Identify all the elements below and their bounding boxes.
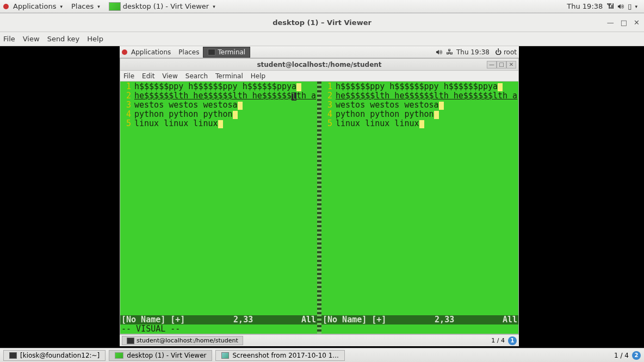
menu-sendkey[interactable]: Send key: [47, 35, 80, 43]
vim-buffer-name: [No Name] [+]: [323, 315, 386, 324]
term-menu-view[interactable]: View: [162, 72, 177, 80]
guest-top-panel: Applications Places Terminal 🔊︎ 🖧︎ Thu 1…: [120, 46, 519, 58]
guest-desktop: Applications Places Terminal 🔊︎ 🖧︎ Thu 1…: [120, 46, 519, 346]
guest-bottom-panel: student@localhost:/home/student 1 / 4 1: [120, 334, 519, 346]
line-text: he$$$$$$lth he$$$$$$lth he$$$$$$lth a: [336, 91, 517, 101]
taskbar-item-screenshot[interactable]: Screenshot from 2017-10-10 1...: [215, 350, 344, 361]
line-text: westos westos westosa: [336, 100, 439, 110]
network-icon[interactable]: 🖧︎: [446, 48, 453, 56]
chevron-down-icon: ▾: [60, 4, 63, 9]
taskbar-item-kiosk[interactable]: [kiosk@foundation12:~]: [3, 350, 106, 361]
terminal-icon: [127, 338, 134, 344]
fedora-icon: [3, 4, 9, 9]
term-menu-file[interactable]: File: [123, 72, 134, 80]
guest-user[interactable]: root: [504, 48, 517, 56]
active-window-menu[interactable]: desktop (1) - Virt Viewer ▾: [104, 1, 220, 13]
taskbar-item-virtviewer[interactable]: desktop (1) - Virt Viewer: [109, 350, 212, 361]
guest-places-label: Places: [178, 48, 199, 56]
term-menu-terminal[interactable]: Terminal: [215, 72, 243, 80]
vim-mode-line: -- VISUAL --: [120, 324, 317, 334]
vim-pane-right[interactable]: 1h$$$$$$ppy h$$$$$$ppy h$$$$$$ppya 2he$$…: [321, 82, 518, 334]
terminal-title: student@localhost:/home/student: [120, 61, 518, 68]
line-text: h$$$$$$ppy h$$$$$$ppy h$$$$$$ppya: [134, 82, 296, 91]
minimize-button[interactable]: —: [607, 18, 614, 27]
guest-places-menu[interactable]: Places: [175, 47, 203, 57]
vim-pane-left[interactable]: 1h$$$$$$ppy h$$$$$$ppy h$$$$$$ppya 2he$$…: [120, 82, 317, 334]
guest-active-task[interactable]: Terminal: [203, 47, 250, 58]
power-icon[interactable]: ⏻: [495, 48, 501, 56]
battery-icon[interactable]: ▯: [628, 2, 631, 10]
virt-viewer-menubar: File View Send key Help: [0, 32, 644, 46]
line-text: th a: [296, 91, 316, 101]
applications-menu-label: Applications: [13, 2, 56, 10]
terminal-titlebar[interactable]: student@localhost:/home/student — □ ✕: [120, 59, 518, 71]
places-menu-label: Places: [71, 2, 94, 10]
vim-scroll-pct: All: [503, 315, 517, 324]
terminal-icon: [9, 352, 17, 359]
vim-buffer-name: [No Name] [+]: [121, 315, 185, 324]
eol-highlight: [233, 111, 238, 119]
terminal-body[interactable]: 1h$$$$$$ppy h$$$$$$ppy h$$$$$$ppya 2he$$…: [120, 82, 518, 334]
vim-statusbar-right: [No Name] [+] 2,33 All: [321, 315, 518, 324]
line-text: westos westos westosa: [134, 100, 238, 110]
term-menu-edit[interactable]: Edit: [142, 72, 154, 80]
term-menu-help[interactable]: Help: [251, 72, 265, 80]
line-text: python python python: [336, 109, 434, 119]
maximize-button[interactable]: □: [621, 18, 627, 27]
volume-icon[interactable]: 🔊︎: [436, 48, 443, 56]
virt-viewer-title: desktop (1) – Virt Viewer: [0, 18, 644, 27]
host-top-panel: Applications ▾ Places ▾ desktop (1) - Vi…: [0, 0, 644, 13]
virt-viewer-titlebar[interactable]: desktop (1) – Virt Viewer — □ ✕: [0, 14, 644, 32]
image-icon: [221, 352, 229, 359]
guest-applications-menu[interactable]: Applications: [127, 47, 175, 57]
host-bottom-panel: [kiosk@foundation12:~] desktop (1) - Vir…: [0, 348, 644, 362]
close-button[interactable]: ✕: [634, 18, 640, 27]
guest-applications-label: Applications: [131, 48, 171, 56]
workspace-label: 1 / 4: [491, 337, 505, 344]
menu-help[interactable]: Help: [87, 35, 103, 43]
eol-highlight: [498, 83, 503, 91]
clock[interactable]: Thu 19:38: [562, 1, 607, 12]
window-thumbnail-icon: [115, 352, 123, 359]
close-button[interactable]: ✕: [506, 61, 516, 68]
chevron-down-icon: ▾: [97, 4, 100, 9]
workspace-indicator[interactable]: 1: [508, 336, 517, 345]
menu-file[interactable]: File: [3, 35, 15, 43]
eol-highlight: [434, 111, 439, 119]
clock-label: Thu 19:38: [567, 2, 603, 10]
eol-highlight: [296, 83, 301, 91]
guest-taskbar-item[interactable]: student@localhost:/home/student: [122, 336, 243, 345]
eol-highlight: [439, 102, 444, 110]
taskbar-label: [kiosk@foundation12:~]: [20, 352, 100, 359]
guest-taskbar-label: student@localhost:/home/student: [137, 337, 238, 344]
vim-vertical-split[interactable]: [317, 82, 321, 334]
vim-cursor-pos: 2,33: [435, 315, 454, 324]
vim-statusbar-left: [No Name] [+] 2,33 All: [120, 315, 317, 324]
line-text: he$$$$$$lth he$$$$$$lth he$$$$$$: [134, 91, 292, 101]
menu-view[interactable]: View: [23, 35, 40, 43]
chevron-down-icon: ▾: [635, 4, 637, 9]
line-text: linux linux linux: [336, 118, 419, 128]
term-menu-search[interactable]: Search: [185, 72, 208, 80]
line-text: h$$$$$$ppy h$$$$$$ppy h$$$$$$ppya: [336, 82, 498, 91]
fedora-icon: [122, 49, 127, 55]
applications-menu[interactable]: Applications ▾: [9, 1, 67, 12]
wifi-icon[interactable]: 📶︎: [607, 2, 614, 10]
maximize-button[interactable]: □: [497, 61, 506, 68]
places-menu[interactable]: Places ▾: [67, 1, 104, 12]
workspace-label: 1 / 4: [614, 352, 629, 359]
chevron-down-icon: ▾: [213, 4, 215, 9]
guest-clock[interactable]: Thu 19:38: [456, 48, 490, 56]
eol-highlight: [419, 120, 424, 128]
terminal-icon: [208, 49, 215, 55]
line-text: python python python: [134, 109, 233, 119]
minimize-button[interactable]: —: [487, 61, 497, 68]
guest-active-task-label: Terminal: [218, 48, 245, 56]
vim-cursor-pos: 2,33: [233, 315, 253, 324]
volume-icon[interactable]: 🔊︎: [617, 2, 624, 10]
terminal-window: student@localhost:/home/student — □ ✕ Fi…: [120, 58, 519, 334]
vim-scroll-pct: All: [301, 315, 316, 324]
window-thumbnail-icon: [109, 2, 121, 11]
workspace-indicator[interactable]: 2: [632, 351, 641, 360]
viewer-display-area[interactable]: Applications Places Terminal 🔊︎ 🖧︎ Thu 1…: [0, 46, 644, 348]
